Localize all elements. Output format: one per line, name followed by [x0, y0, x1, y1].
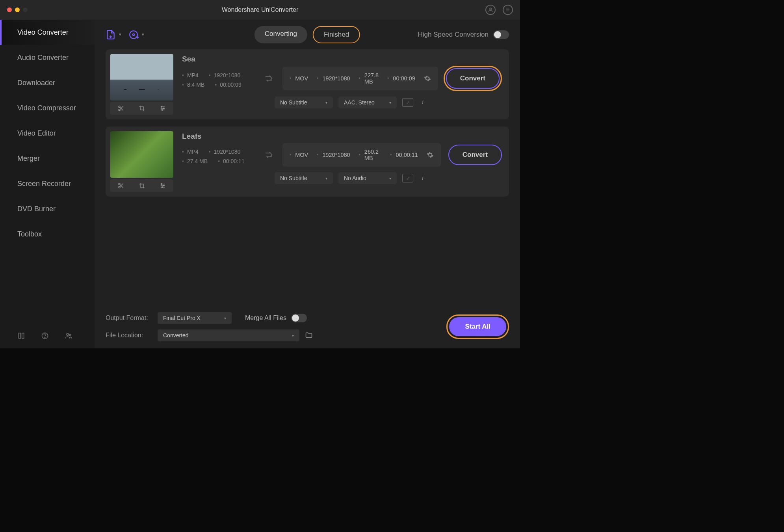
sidebar-item-label: Downloader	[17, 79, 55, 87]
high-speed-label: High Speed Conversion	[418, 31, 489, 39]
src-size: 8.4 MB	[182, 82, 204, 88]
crop-icon[interactable]	[139, 105, 145, 112]
merge-toggle[interactable]	[291, 314, 307, 322]
convert-arrow-icon	[264, 151, 273, 159]
svg-point-23	[162, 110, 163, 111]
output-format-select[interactable]: Final Cut Pro X▾	[158, 312, 232, 324]
chevron-down-icon: ▾	[142, 32, 144, 37]
start-all-button[interactable]: Start All	[449, 317, 506, 336]
sidebar-item-label: Audio Converter	[17, 54, 69, 62]
sidebar-item-video-converter[interactable]: Video Converter	[0, 20, 95, 45]
chevron-down-icon: ▾	[389, 176, 391, 180]
menu-icon[interactable]	[503, 5, 513, 15]
expand-icon[interactable]: ⤢	[402, 98, 413, 107]
sidebar-item-video-compressor[interactable]: Video Compressor	[0, 95, 95, 121]
dest-format: MOV	[290, 152, 308, 158]
merge-label: Merge All Files	[245, 314, 286, 322]
src-duration: 00:00:11	[218, 158, 244, 164]
chevron-down-icon: ▾	[119, 32, 121, 37]
file-list: Sea MP4 1920*1080 8.4 MB 00:00:09	[95, 49, 520, 307]
sidebar-item-toolbox[interactable]: Toolbox	[0, 221, 95, 247]
chevron-down-icon: ▾	[389, 100, 391, 105]
open-folder-icon[interactable]	[305, 331, 313, 339]
sidebar-item-screen-recorder[interactable]: Screen Recorder	[0, 171, 95, 196]
sidebar: Video Converter Audio Converter Download…	[0, 20, 95, 348]
file-location-label: File Location:	[106, 332, 152, 339]
tab-converting[interactable]: Converting	[255, 26, 307, 43]
svg-point-6	[67, 333, 69, 335]
audio-dropdown[interactable]: No Audio▾	[338, 172, 397, 184]
sidebar-item-label: Video Compressor	[17, 104, 76, 112]
svg-point-32	[163, 185, 165, 186]
dest-format: MOV	[290, 75, 308, 82]
sidebar-item-label: Screen Recorder	[17, 180, 71, 188]
traffic-lights	[7, 7, 28, 12]
toolbar: ▾ ▾ Converting Finished High Speed Conve…	[95, 20, 520, 49]
crop-icon[interactable]	[139, 182, 145, 189]
info-icon[interactable]: i	[419, 175, 427, 181]
effects-icon[interactable]	[160, 105, 166, 112]
feedback-icon[interactable]	[65, 332, 72, 340]
chevron-down-icon: ▾	[325, 100, 327, 105]
account-icon[interactable]	[485, 5, 496, 15]
help-icon[interactable]	[41, 332, 49, 340]
src-size: 27.4 MB	[182, 158, 208, 164]
sidebar-item-merger[interactable]: Merger	[0, 146, 95, 171]
sidebar-item-label: Video Editor	[17, 129, 56, 138]
output-format-label: Output Format:	[106, 314, 152, 322]
convert-arrow-icon	[264, 74, 273, 83]
add-dvd-button[interactable]: ▾	[128, 30, 144, 40]
sidebar-item-downloader[interactable]: Downloader	[0, 70, 95, 95]
add-file-button[interactable]: ▾	[106, 30, 121, 40]
file-location-select[interactable]: Converted▾	[158, 329, 299, 341]
high-speed-toggle[interactable]	[493, 30, 509, 39]
guide-icon[interactable]	[17, 332, 25, 340]
gear-icon[interactable]	[424, 75, 431, 82]
chevron-down-icon: ▾	[325, 176, 327, 180]
close-window-button[interactable]	[7, 7, 12, 12]
dest-duration: 00:00:11	[390, 152, 418, 158]
info-icon[interactable]: i	[419, 99, 427, 106]
svg-point-11	[133, 33, 134, 35]
thumbnail[interactable]	[110, 131, 173, 178]
src-format: MP4	[182, 149, 199, 155]
sidebar-item-dvd-burner[interactable]: DVD Burner	[0, 196, 95, 221]
gear-icon[interactable]	[427, 151, 434, 158]
subtitle-dropdown[interactable]: No Subtitle▾	[275, 172, 333, 184]
svg-point-31	[161, 184, 162, 185]
convert-button[interactable]: Convert	[446, 68, 500, 89]
dest-duration: 00:00:09	[387, 75, 415, 82]
dest-resolution: 1920*1080	[317, 152, 350, 158]
dest-settings: MOV 1920*1080 260.2 MB 00:00:11	[282, 143, 441, 167]
svg-point-0	[490, 8, 492, 10]
src-duration: 00:00:09	[215, 82, 241, 88]
minimize-window-button[interactable]	[15, 7, 20, 12]
sidebar-item-video-editor[interactable]: Video Editor	[0, 121, 95, 146]
thumbnail[interactable]	[110, 54, 173, 100]
file-title: Leafs	[182, 132, 504, 141]
trim-icon[interactable]	[118, 105, 124, 112]
svg-point-22	[163, 108, 165, 109]
subtitle-dropdown[interactable]: No Subtitle▾	[275, 97, 333, 108]
sidebar-item-label: Video Converter	[17, 28, 69, 37]
src-resolution: 1920*1080	[209, 149, 241, 155]
dest-size: 260.2 MB	[359, 149, 382, 161]
dest-settings: MOV 1920*1080 227.8 MB 00:00:09	[282, 67, 438, 90]
titlebar: Wondershare UniConverter	[0, 0, 520, 20]
effects-icon[interactable]	[160, 182, 166, 189]
main-panel: ▾ ▾ Converting Finished High Speed Conve…	[95, 20, 520, 348]
bottom-bar: Output Format: Final Cut Pro X▾ Merge Al…	[95, 307, 520, 348]
maximize-window-button[interactable]	[23, 7, 28, 12]
src-format: MP4	[182, 72, 199, 78]
trim-icon[interactable]	[118, 182, 124, 189]
file-title: Sea	[182, 55, 504, 63]
audio-dropdown[interactable]: AAC, Stereo▾	[338, 97, 397, 108]
convert-button[interactable]: Convert	[448, 145, 502, 165]
sidebar-item-label: DVD Burner	[17, 205, 56, 213]
dest-size: 227.8 MB	[359, 72, 379, 85]
svg-point-33	[162, 187, 163, 188]
sidebar-item-label: Merger	[17, 154, 40, 163]
expand-icon[interactable]: ⤢	[402, 174, 413, 182]
tab-finished[interactable]: Finished	[313, 26, 360, 43]
sidebar-item-audio-converter[interactable]: Audio Converter	[0, 45, 95, 70]
